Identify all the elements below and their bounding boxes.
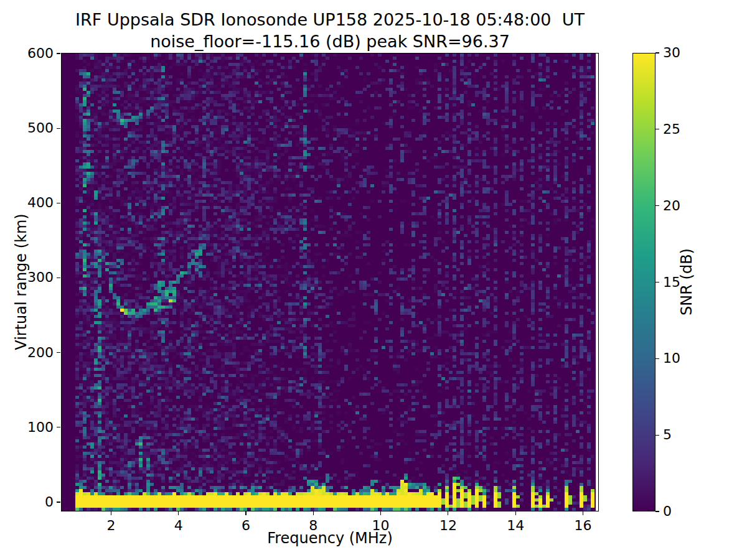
x-tick-mark [111, 511, 111, 515]
ionogram-figure: IRF Uppsala SDR Ionosonde UP158 2025-10-… [0, 0, 747, 560]
y-tick-label: 0 [0, 494, 54, 510]
y-tick-mark [57, 352, 60, 353]
y-tick-mark [57, 502, 60, 502]
colorbar-tick-mark [655, 358, 659, 359]
colorbar [632, 53, 655, 511]
chart-title: IRF Uppsala SDR Ionosonde UP158 2025-10-… [61, 9, 599, 52]
x-tick-mark [380, 511, 381, 515]
x-tick-mark [515, 511, 516, 515]
x-tick-mark [178, 511, 179, 515]
colorbar-tick-label: 5 [663, 427, 693, 443]
chart-title-line2: noise_floor=-115.16 (dB) peak SNR=96.37 [61, 30, 599, 52]
colorbar-tick-label: 30 [663, 45, 693, 61]
x-axis-label: Frequency (MHz) [61, 530, 599, 547]
colorbar-tick-label: 10 [663, 350, 693, 366]
colorbar-tick-mark [655, 435, 659, 436]
colorbar-tick-mark [655, 129, 659, 129]
colorbar-tick-label: 20 [663, 198, 693, 214]
y-tick-label: 100 [0, 419, 54, 436]
x-tick-mark [313, 511, 314, 515]
colorbar-tick-mark [655, 205, 659, 206]
y-tick-label: 400 [0, 195, 54, 211]
x-tick-mark [448, 511, 448, 515]
colorbar-tick-mark [655, 52, 659, 53]
y-tick-mark [57, 128, 60, 129]
y-tick-mark [57, 53, 60, 54]
colorbar-label: SNR (dB) [678, 248, 695, 315]
chart-title-line1: IRF Uppsala SDR Ionosonde UP158 2025-10-… [61, 9, 599, 30]
y-tick-label: 600 [0, 45, 54, 62]
ionogram-heatmap [62, 54, 598, 511]
colorbar-tick-mark [655, 282, 659, 282]
x-tick-mark [245, 511, 246, 515]
colorbar-tick-label: 0 [663, 503, 693, 520]
colorbar-tick-label: 25 [663, 121, 693, 138]
y-tick-mark [57, 278, 60, 278]
colorbar-tick-mark [655, 511, 659, 511]
y-tick-label: 500 [0, 120, 54, 136]
y-tick-mark [57, 427, 60, 427]
y-tick-label: 300 [0, 269, 54, 286]
x-tick-mark [583, 511, 583, 515]
y-tick-label: 200 [0, 345, 54, 361]
y-tick-mark [57, 203, 60, 203]
